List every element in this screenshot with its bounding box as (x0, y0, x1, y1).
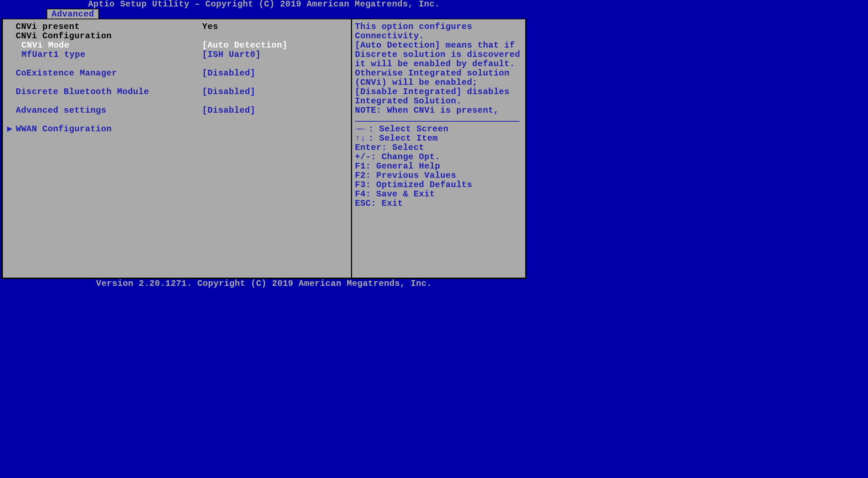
key-f3: F3: Optimized Defaults (355, 180, 521, 190)
setting-discrete-bluetooth[interactable]: Discrete Bluetooth Module [Disabled] (7, 87, 347, 97)
setting-label: CNVi present (7, 22, 202, 31)
submenu-arrow-icon: ▶ (7, 125, 16, 134)
main-panel: CNVi present Yes CNVi Configuration CNVi… (1, 19, 527, 279)
spacer (7, 59, 347, 69)
setting-value: [Disabled] (202, 69, 347, 78)
submenu-wwan-configuration[interactable]: ▶ WWAN Configuration (7, 125, 347, 134)
key-select-item: ↑↓: Select Item (355, 134, 521, 143)
bios-header-title: Aptio Setup Utility – Copyright (C) 2019… (0, 0, 528, 9)
setting-label: Discrete Bluetooth Module (7, 87, 202, 97)
spacer (7, 78, 347, 87)
setting-value: [Disabled] (202, 106, 347, 115)
setting-label: Advanced settings (7, 106, 202, 115)
spacer (7, 97, 347, 106)
arrows-lr-icon: →← (355, 125, 369, 134)
setting-cnvi-configuration: CNVi Configuration (7, 31, 347, 41)
keymap-help: →←: Select Screen ↑↓: Select Item Enter:… (355, 125, 521, 208)
key-f4: F4: Save & Exit (355, 190, 521, 199)
help-panel: This option configures Connectivity. [Au… (352, 19, 525, 278)
setting-label: MfUart1 type (7, 50, 202, 59)
setting-mfuart1-type[interactable]: MfUart1 type [ISH Uart0] (7, 50, 347, 59)
setting-value: [Auto Detection] (202, 41, 347, 50)
settings-panel: CNVi present Yes CNVi Configuration CNVi… (3, 19, 352, 278)
setting-value: Yes (202, 22, 347, 31)
tab-advanced[interactable]: Advanced (47, 9, 99, 19)
setting-value: [ISH Uart0] (202, 50, 347, 59)
spacer (7, 115, 347, 125)
key-select-screen: →←: Select Screen (355, 125, 521, 134)
key-esc: ESC: Exit (355, 199, 521, 208)
key-change-opt: +/-: Change Opt. (355, 152, 521, 162)
setting-coexistence-manager[interactable]: CoExistence Manager [Disabled] (7, 69, 347, 78)
help-divider (355, 121, 520, 122)
help-text: This option configures Connectivity. [Au… (355, 22, 521, 115)
tab-bar: Advanced (0, 9, 528, 19)
key-f1: F1: General Help (355, 162, 521, 171)
key-f2: F2: Previous Values (355, 171, 521, 180)
setting-label: CNVi Mode (7, 41, 202, 50)
setting-value: [Disabled] (202, 87, 347, 97)
setting-cnvi-present: CNVi present Yes (7, 22, 347, 31)
setting-advanced-settings[interactable]: Advanced settings [Disabled] (7, 106, 347, 115)
key-enter: Enter: Select (355, 143, 521, 152)
submenu-label: WWAN Configuration (16, 125, 112, 134)
setting-cnvi-mode[interactable]: CNVi Mode [Auto Detection] (7, 41, 347, 50)
arrows-ud-icon: ↑↓ (355, 134, 369, 143)
setting-label: CNVi Configuration (7, 31, 202, 41)
setting-value (202, 31, 347, 41)
bios-footer-version: Version 2.20.1271. Copyright (C) 2019 Am… (0, 279, 528, 288)
setting-label: CoExistence Manager (7, 69, 202, 78)
